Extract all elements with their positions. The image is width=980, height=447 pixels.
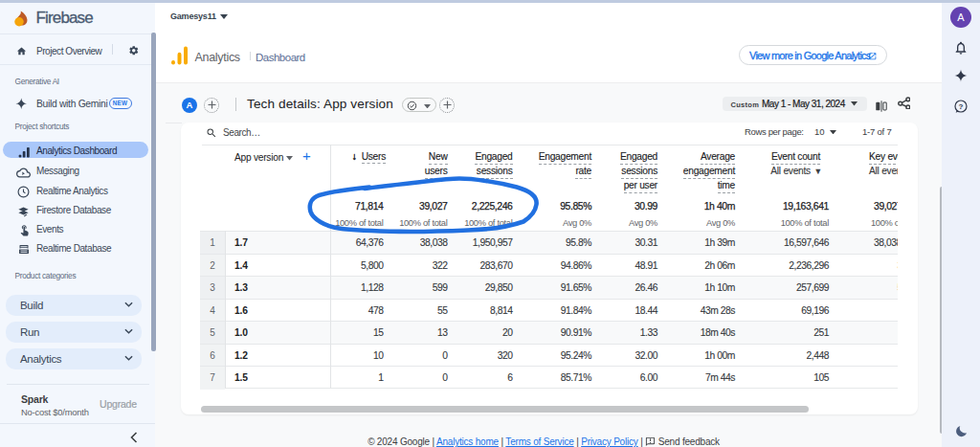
svg-text:?: ? — [959, 101, 964, 110]
